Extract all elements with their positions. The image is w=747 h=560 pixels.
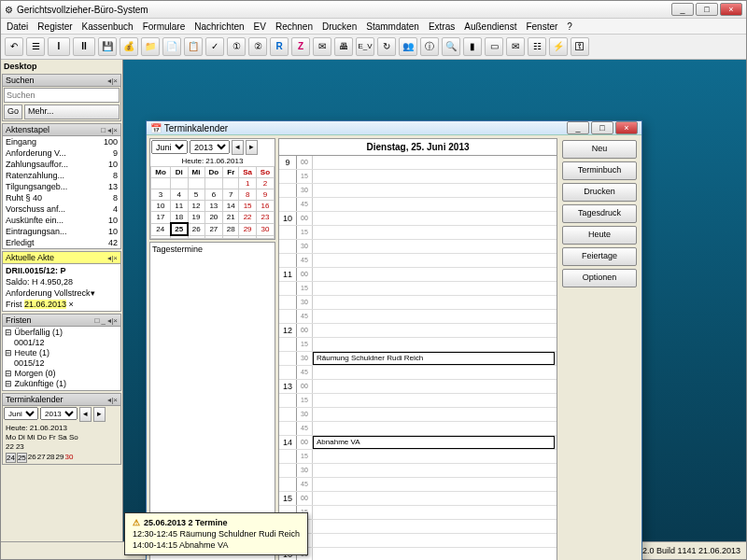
tool-r[interactable]: R — [270, 37, 289, 56]
dialog-close[interactable]: × — [615, 121, 638, 134]
stapel-name[interactable]: Eingang — [6, 136, 36, 147]
cal-day[interactable]: 21 — [223, 212, 239, 224]
minimize-button[interactable]: _ — [671, 3, 694, 16]
cal-day[interactable] — [188, 235, 204, 239]
stapel-name[interactable]: Auskünfte ein... — [6, 215, 63, 226]
frist-item[interactable]: 0001/12 — [5, 338, 119, 348]
stapel-name[interactable]: Anforderung V... — [6, 147, 66, 159]
menu-stammdaten[interactable]: Stammdaten — [366, 21, 419, 32]
panel-ctl[interactable]: □ ◂|× — [101, 126, 118, 134]
month-select[interactable]: Juni — [4, 407, 38, 420]
menu-fenster[interactable]: Fenster — [526, 21, 557, 32]
menu-ev[interactable]: EV — [254, 21, 266, 32]
cal-day[interactable]: 28 — [223, 223, 239, 235]
stapel-name[interactable]: Ratenzahlung... — [6, 170, 64, 181]
cal-day[interactable]: 7 — [223, 189, 239, 201]
cal-day[interactable]: 26 — [188, 223, 204, 235]
cal-day[interactable]: 23 — [256, 212, 274, 224]
frist-item[interactable]: ⊟ Zukünftige (1) — [5, 379, 119, 389]
cal-day[interactable]: 11 — [171, 201, 189, 212]
close-button[interactable]: × — [720, 3, 742, 16]
menu-kassenbuch[interactable]: Kassenbuch — [82, 21, 134, 32]
menu-extras[interactable]: Extras — [429, 21, 455, 32]
frist-item[interactable]: ⊟ Heute (1) — [5, 348, 119, 358]
menu-register[interactable]: Register — [37, 21, 72, 32]
tool-print[interactable]: 🖶 — [334, 37, 353, 56]
tool-msg[interactable]: ✉ — [506, 37, 525, 56]
tool-2c[interactable]: ② — [248, 37, 267, 56]
tool-check[interactable]: ✓ — [205, 37, 224, 56]
cal-day[interactable]: 16 — [256, 201, 274, 212]
terminbuch-button[interactable]: Terminbuch — [562, 161, 637, 180]
menu-rechnen[interactable]: Rechnen — [275, 21, 313, 32]
cal-25[interactable]: 25 — [17, 453, 27, 463]
tool-key[interactable]: ⚿ — [571, 37, 589, 56]
search-input[interactable] — [4, 88, 120, 103]
tool-bolt[interactable]: ⚡ — [549, 37, 568, 56]
cal-day[interactable] — [171, 235, 189, 239]
modal-month-select[interactable]: Juni — [151, 140, 188, 154]
cal-day[interactable]: 3 — [151, 189, 171, 201]
cal-day[interactable] — [256, 235, 274, 239]
appointment[interactable]: Räumung Schuldner Rudi Reich — [313, 352, 555, 365]
stapel-name[interactable]: Ruht § 40 — [6, 192, 42, 203]
tool-mail[interactable]: ✉ — [313, 37, 331, 56]
frist-x-icon[interactable]: × — [69, 300, 74, 309]
cal-day[interactable]: 4 — [171, 189, 189, 201]
stapel-name[interactable]: Tilgungsangeb... — [6, 181, 67, 192]
frist-item[interactable]: ⊟ Morgen (0) — [5, 369, 119, 379]
cal-day[interactable]: 22 — [239, 212, 256, 224]
optionen-button[interactable]: Optionen — [562, 269, 637, 287]
cal-day[interactable]: 27 — [204, 223, 223, 235]
panel-ctl2[interactable]: ◂|× — [107, 254, 118, 262]
tool-calc[interactable]: ① — [227, 37, 246, 56]
cal-day[interactable] — [151, 178, 171, 189]
menu-formulare[interactable]: Formulare — [143, 21, 186, 32]
cal-day[interactable]: 19 — [188, 212, 204, 224]
panel-ctl3[interactable]: □ _ ◂|× — [95, 316, 118, 325]
appointment[interactable]: Abnahme VA — [313, 436, 555, 449]
heute-button[interactable]: Heute — [562, 226, 637, 245]
cal-day[interactable] — [239, 235, 256, 239]
cal-day[interactable] — [223, 178, 239, 189]
cal-day[interactable] — [188, 178, 204, 189]
cal-day[interactable] — [204, 178, 223, 189]
tool-roman1[interactable]: I — [48, 37, 70, 56]
cal-day[interactable]: 13 — [204, 201, 223, 212]
tool-save[interactable]: 💾 — [98, 37, 117, 56]
cal-day[interactable]: 14 — [223, 201, 239, 212]
cal-day[interactable]: 24 — [151, 223, 171, 235]
stapel-name[interactable]: Eintragungsan... — [6, 226, 67, 237]
tool-refresh[interactable]: ↻ — [377, 37, 396, 56]
modal-next-icon[interactable]: ▸ — [246, 140, 258, 155]
stapel-name[interactable]: Erledigt — [6, 237, 35, 248]
next-icon[interactable]: ▸ — [93, 407, 106, 422]
cal-day[interactable]: 25 — [171, 223, 189, 235]
prev-icon[interactable]: ◂ — [79, 407, 92, 422]
cal-day[interactable]: 20 — [204, 212, 223, 224]
menu-help[interactable]: ? — [567, 21, 572, 32]
panel-ctl4[interactable]: ◂|× — [107, 396, 118, 404]
stapel-name[interactable]: Vorschuss anf... — [6, 203, 65, 215]
tool-roman2[interactable]: II — [73, 37, 95, 56]
frist-item[interactable]: ⊟ Überfällig (1) — [5, 328, 119, 338]
tool-window[interactable]: ▭ — [485, 37, 503, 56]
cal-day[interactable]: 18 — [171, 212, 189, 224]
cal-day[interactable]: 29 — [239, 223, 256, 235]
cal-day[interactable]: 10 — [151, 201, 171, 212]
cal-24[interactable]: 24 — [6, 453, 16, 463]
modal-prev-icon[interactable]: ◂ — [232, 140, 244, 155]
tagesdruck-button[interactable]: Tagesdruck — [562, 204, 637, 223]
frist-item[interactable]: 0015/12 — [5, 358, 119, 369]
tool-copy[interactable]: 📋 — [184, 37, 203, 56]
menu-aussendienst[interactable]: Außendienst — [464, 21, 516, 32]
cal-day[interactable]: 9 — [256, 189, 274, 201]
tool-1[interactable]: ↶ — [5, 37, 23, 56]
cal-day[interactable]: 6 — [204, 189, 223, 201]
cal-day[interactable] — [151, 235, 171, 239]
cal-day[interactable]: 30 — [256, 223, 274, 235]
dialog-min[interactable]: _ — [567, 121, 589, 134]
dropdown-icon[interactable]: ▾ — [91, 287, 95, 299]
tool-folder[interactable]: 📁 — [141, 37, 160, 56]
dialog-max[interactable]: □ — [591, 121, 613, 134]
